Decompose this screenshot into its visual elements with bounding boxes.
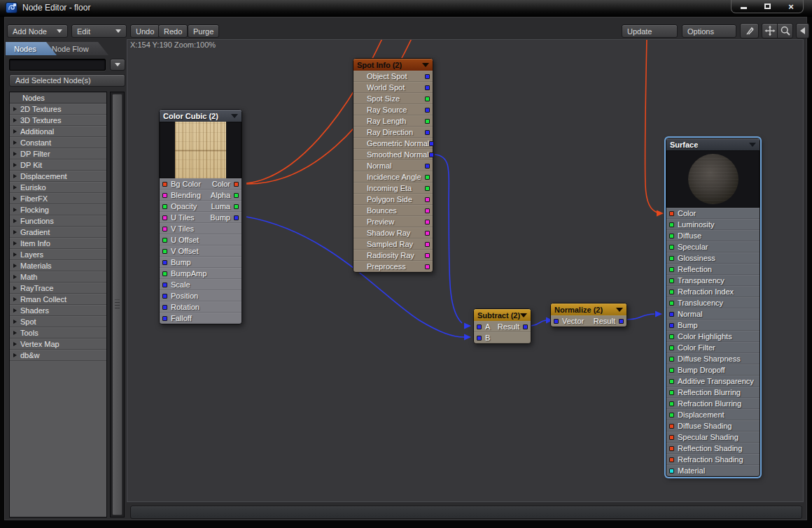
node-menu-caret-icon[interactable]	[422, 63, 429, 67]
sidebar-item-gradient[interactable]: Gradient	[10, 227, 106, 238]
sidebar-item-eurisko[interactable]: Eurisko	[10, 182, 106, 193]
port-socket-green[interactable]	[162, 204, 167, 209]
sidebar-item-dp-filter[interactable]: DP Filter	[10, 148, 106, 159]
port-socket-blue[interactable]	[234, 215, 239, 220]
sidebar-item-constant[interactable]: Constant	[10, 137, 106, 148]
port-socket-green[interactable]	[669, 278, 674, 283]
collapse-panel-button[interactable]	[796, 23, 809, 38]
sidebar-item-3d-textures[interactable]: 3D Textures	[10, 115, 106, 126]
node-normalize[interactable]: Normalize (2)VectorResult	[550, 303, 627, 327]
add-node-button[interactable]: Add Node	[7, 24, 68, 38]
maximize-button[interactable]	[760, 1, 775, 11]
port-socket-green[interactable]	[425, 119, 430, 124]
port-socket-blue[interactable]	[162, 305, 167, 310]
wire-normalize-result-to-surface-normal[interactable]	[624, 314, 654, 320]
wire-subtract-result-to-normalize-vector[interactable]	[529, 320, 547, 326]
port-socket-blue[interactable]	[162, 260, 167, 265]
port-socket-blue[interactable]	[477, 336, 482, 341]
port-socket-magenta[interactable]	[425, 253, 430, 258]
close-button[interactable]: ×	[783, 1, 799, 11]
port-socket-red[interactable]	[669, 211, 674, 216]
port-socket-blue[interactable]	[425, 130, 430, 135]
port-socket-green[interactable]	[234, 204, 239, 209]
sidebar-item-functions[interactable]: Functions	[10, 215, 106, 227]
sidebar-item-additional[interactable]: Additional	[10, 126, 106, 137]
node-header[interactable]: Spot Info (2)	[354, 59, 433, 71]
port-socket-magenta[interactable]	[162, 215, 167, 220]
port-socket-blue[interactable]	[162, 283, 167, 287]
sidebar-item-item-info[interactable]: Item Info	[10, 238, 106, 249]
node-header[interactable]: Subtract (2)	[474, 309, 531, 321]
titlebar[interactable]: Node Editor - floor ×	[0, 0, 812, 17]
port-socket-blue[interactable]	[162, 316, 167, 321]
port-socket-blue[interactable]	[425, 108, 430, 113]
port-socket-green[interactable]	[425, 97, 430, 101]
node-graph-canvas[interactable]: Color Cubic (2)Bg ColorColorBlendingAlph…	[127, 39, 804, 502]
node-header[interactable]: Normalize (2)	[551, 304, 626, 315]
sidebar-item-vertex-map[interactable]: Vertex Map	[10, 338, 106, 350]
port-socket-green[interactable]	[425, 175, 430, 180]
sidebar-item-shaders[interactable]: Shaders	[10, 305, 106, 316]
port-socket-green[interactable]	[669, 368, 674, 373]
update-button[interactable]: Update	[622, 24, 678, 38]
add-selected-nodes-button[interactable]: Add Selected Node(s)	[9, 74, 125, 87]
port-socket-green[interactable]	[669, 413, 674, 418]
undo-button[interactable]: Undo	[130, 24, 160, 38]
node-menu-caret-icon[interactable]	[520, 313, 527, 317]
minimize-button[interactable]	[736, 1, 751, 11]
port-socket-blue[interactable]	[429, 141, 434, 146]
scrollbar-thumb[interactable]	[112, 94, 122, 515]
port-socket-blue[interactable]	[425, 74, 430, 79]
port-socket-blue[interactable]	[523, 324, 528, 329]
port-socket-green[interactable]	[162, 249, 167, 254]
port-socket-green[interactable]	[669, 390, 674, 395]
port-socket-red[interactable]	[162, 182, 167, 187]
port-socket-blue[interactable]	[425, 85, 430, 90]
port-socket-blue[interactable]	[162, 294, 167, 299]
sidebar-item-fiberfx[interactable]: FiberFX	[10, 193, 106, 204]
port-socket-green[interactable]	[425, 186, 430, 191]
sidebar-scrollbar[interactable]	[110, 92, 125, 518]
purge-button[interactable]: Purge	[188, 24, 219, 38]
options-button[interactable]: Options	[682, 24, 736, 38]
port-socket-blue[interactable]	[429, 152, 434, 157]
port-socket-magenta[interactable]	[425, 208, 430, 213]
port-socket-magenta[interactable]	[162, 227, 167, 231]
port-socket-green[interactable]	[669, 256, 674, 261]
pen-edit-button[interactable]	[740, 23, 759, 38]
port-socket-green[interactable]	[669, 222, 674, 227]
search-dropdown-button[interactable]	[110, 59, 125, 71]
node-surface[interactable]: SurfaceColorLuminosityDiffuseSpecularGlo…	[666, 138, 760, 477]
port-socket-green[interactable]	[669, 267, 674, 272]
redo-button[interactable]: Redo	[158, 24, 188, 38]
sidebar-item-spot[interactable]: Spot	[10, 316, 106, 327]
node-spot-info[interactable]: Spot Info (2)Object SpotWorld SpotSpot S…	[353, 58, 433, 273]
sidebar-item-layers[interactable]: Layers	[10, 249, 106, 260]
port-socket-red[interactable]	[669, 435, 674, 440]
sidebar-item-2d-textures[interactable]: 2D Textures	[10, 104, 106, 115]
edit-menu-button[interactable]: Edit	[71, 24, 127, 38]
port-socket-green[interactable]	[669, 334, 674, 339]
port-socket-green[interactable]	[669, 401, 674, 406]
port-socket-blue[interactable]	[554, 319, 559, 324]
node-search-input[interactable]	[9, 59, 106, 71]
port-socket-blue[interactable]	[669, 323, 674, 328]
node-menu-caret-icon[interactable]	[616, 308, 623, 312]
port-socket-green[interactable]	[669, 379, 674, 384]
port-socket-magenta[interactable]	[425, 231, 430, 236]
node-header[interactable]: Color Cubic (2)	[160, 110, 241, 122]
port-socket-red[interactable]	[669, 446, 674, 451]
canvas-h-scrollbar[interactable]	[130, 506, 802, 519]
sidebar-item-db-w[interactable]: db&w	[10, 350, 106, 361]
port-socket-magenta[interactable]	[425, 197, 430, 202]
sidebar-item-tools[interactable]: Tools	[10, 327, 106, 338]
port-socket-green[interactable]	[669, 245, 674, 250]
port-socket-blue[interactable]	[477, 324, 482, 329]
port-socket-green[interactable]	[162, 238, 167, 243]
port-socket-green[interactable]	[234, 193, 239, 198]
port-socket-cyan[interactable]	[669, 469, 674, 473]
sidebar-item-displacement[interactable]: Displacement	[10, 171, 106, 182]
sidebar-item-flocking[interactable]: Flocking	[10, 204, 106, 215]
port-socket-red[interactable]	[669, 457, 674, 462]
port-socket-red[interactable]	[234, 182, 239, 187]
